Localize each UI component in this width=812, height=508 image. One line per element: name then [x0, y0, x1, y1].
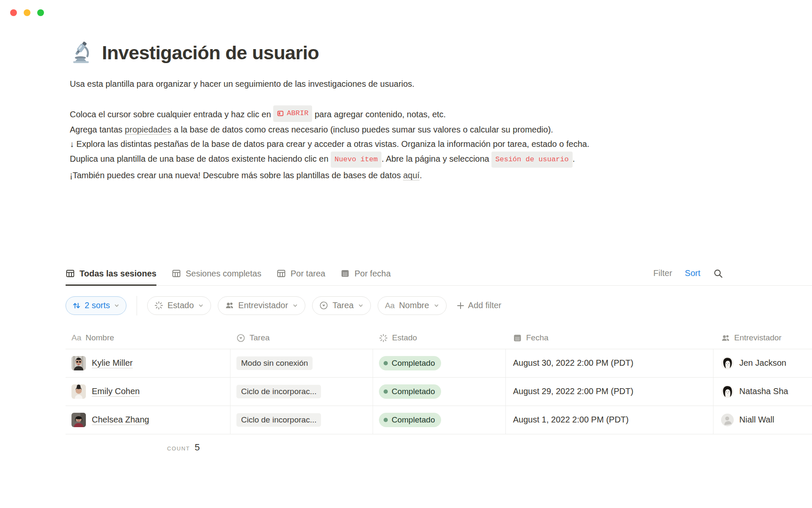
cell-name[interactable]: Chelsea Zhang	[66, 406, 230, 434]
aqui-link[interactable]: aquí	[403, 171, 420, 180]
tab-label: Por fecha	[354, 269, 391, 279]
count-footer[interactable]: COUNT 5	[66, 442, 200, 453]
microscope-icon	[70, 41, 93, 65]
close-button[interactable]	[10, 9, 17, 16]
cell-status[interactable]: Completado	[373, 378, 506, 406]
entry-title-link[interactable]: Kylie Miller	[92, 358, 133, 368]
count-value: 5	[195, 442, 200, 453]
column-header-tarea[interactable]: Tarea	[230, 333, 373, 342]
view-controls: Filter Sort	[653, 268, 723, 279]
open-icon	[277, 110, 284, 117]
zoom-button[interactable]	[37, 9, 44, 16]
text-icon: Aa	[71, 333, 81, 342]
text-segment: Agrega tantas	[70, 125, 125, 134]
tab-label: Por tarea	[291, 269, 325, 279]
cell-date[interactable]: August 1, 2022 2:00 PM (PDT)	[506, 406, 713, 434]
tab-por-tarea[interactable]: Por tarea	[277, 269, 325, 285]
intro-text: Usa esta plantilla para organizar y hace…	[70, 78, 594, 90]
cell-date[interactable]: August 29, 2022 2:00 PM (PDT)	[506, 378, 713, 406]
window-controls	[10, 9, 44, 16]
instruction-line: ↓ Explora las distintas pestañas de la b…	[70, 137, 596, 152]
entry-title-link[interactable]: Emily Cohen	[92, 387, 140, 397]
select-icon	[236, 334, 245, 342]
cell-task[interactable]: Ciclo de incorporac...	[230, 406, 373, 434]
status-label: Completado	[392, 387, 435, 396]
avatar-jen-jackson	[721, 357, 734, 370]
tab-por-fecha[interactable]: Por fecha	[340, 269, 391, 285]
cell-interviewer[interactable]: Natasha Sha	[713, 378, 812, 406]
sorts-pill[interactable]: 2 sorts	[66, 296, 126, 315]
status-dot	[384, 361, 388, 365]
sort-arrows-icon	[72, 301, 81, 310]
filter-pill-tarea[interactable]: Tarea	[312, 296, 371, 315]
instruction-line: Coloca el cursor sobre cualquier entrada…	[70, 106, 596, 122]
column-header-entrevistador[interactable]: Entrevistador	[713, 333, 812, 342]
date-value: August 1, 2022 2:00 PM (PDT)	[513, 415, 628, 425]
interviewer-name: Niall Wall	[739, 415, 774, 425]
status-dot	[384, 389, 388, 394]
filter-pill-label: Nombre	[399, 301, 429, 310]
nuevo-item-chip: Nuevo ítem	[331, 152, 381, 168]
page: Investigación de usuario Usa esta planti…	[0, 0, 812, 453]
add-filter-label: Add filter	[468, 301, 502, 310]
instructions: Coloca el cursor sobre cualquier entrada…	[70, 106, 596, 183]
tab-todas-las-sesiones[interactable]: Todas las sesiones	[66, 269, 156, 285]
cell-name[interactable]: Kylie Miller	[66, 349, 230, 377]
text-segment: .	[420, 171, 422, 180]
filter-pill-entrevistador[interactable]: Entrevistador	[218, 296, 305, 315]
column-header-nombre[interactable]: Aa Nombre	[66, 333, 230, 342]
filter-pill-label: Entrevistador	[238, 301, 288, 310]
count-label: COUNT	[167, 445, 190, 452]
column-header-estado[interactable]: Estado	[373, 333, 506, 342]
people-icon	[721, 334, 730, 342]
cell-task[interactable]: Ciclo de incorporac...	[230, 378, 373, 406]
cell-status[interactable]: Completado	[373, 406, 506, 434]
sort-button[interactable]: Sort	[685, 268, 700, 278]
calendar-icon	[513, 334, 522, 342]
open-chip-label: ABRIR	[287, 106, 308, 121]
cell-interviewer[interactable]: Jen Jackson	[713, 349, 812, 377]
text-icon: Aa	[385, 301, 395, 310]
column-header-label: Fecha	[526, 333, 549, 342]
table-icon	[172, 269, 181, 278]
task-tag: Ciclo de incorporac...	[236, 385, 321, 398]
instruction-line: Duplica una plantilla de una base de dat…	[70, 152, 596, 183]
filter-button[interactable]: Filter	[653, 268, 672, 278]
column-header-label: Estado	[392, 333, 417, 342]
filter-pill-nombre[interactable]: Aa Nombre	[378, 296, 446, 315]
status-spinner-icon	[154, 301, 163, 310]
tab-label: Sesiones completas	[186, 269, 261, 279]
add-filter-button[interactable]: Add filter	[457, 301, 502, 310]
minimize-button[interactable]	[24, 9, 30, 16]
date-value: August 30, 2022 2:00 PM (PDT)	[513, 358, 634, 368]
cell-date[interactable]: August 30, 2022 2:00 PM (PDT)	[506, 349, 713, 377]
calendar-icon	[340, 269, 350, 278]
status-dot	[384, 418, 388, 422]
sesion-usuario-chip: Sesión de usuario	[491, 152, 572, 168]
filter-pill-estado[interactable]: Estado	[147, 296, 211, 315]
cell-task[interactable]: Modo sin conexión	[230, 349, 373, 377]
avatar-chelsea-zhang	[71, 413, 86, 427]
column-header-fecha[interactable]: Fecha	[506, 333, 713, 342]
table-header-row: Aa Nombre Tarea Estado Fecha Entre	[66, 327, 812, 349]
propiedades-link[interactable]: propiedades	[125, 125, 171, 135]
column-header-label: Tarea	[250, 333, 270, 342]
date-value: August 29, 2022 2:00 PM (PDT)	[513, 387, 634, 396]
entry-title-link[interactable]: Chelsea Zhang	[92, 415, 149, 425]
tab-sesiones-completas[interactable]: Sesiones completas	[172, 269, 261, 285]
cell-interviewer[interactable]: Niall Wall	[713, 406, 812, 434]
avatar-emily-cohen	[71, 384, 86, 399]
interviewer-chip: Natasha Sha	[721, 385, 788, 398]
cell-name[interactable]: Emily Cohen	[66, 378, 230, 406]
chevron-down-icon	[114, 303, 120, 309]
search-button[interactable]	[713, 268, 723, 279]
people-icon	[225, 301, 234, 310]
interviewer-chip: Niall Wall	[721, 414, 774, 426]
task-tag: Modo sin conexión	[236, 356, 313, 370]
status-badge: Completado	[379, 356, 441, 370]
chevron-down-icon	[358, 303, 364, 309]
plus-icon	[457, 302, 464, 309]
cell-status[interactable]: Completado	[373, 349, 506, 377]
status-spinner-icon	[379, 334, 388, 342]
text-segment: . Abre la página y selecciona	[381, 154, 491, 163]
